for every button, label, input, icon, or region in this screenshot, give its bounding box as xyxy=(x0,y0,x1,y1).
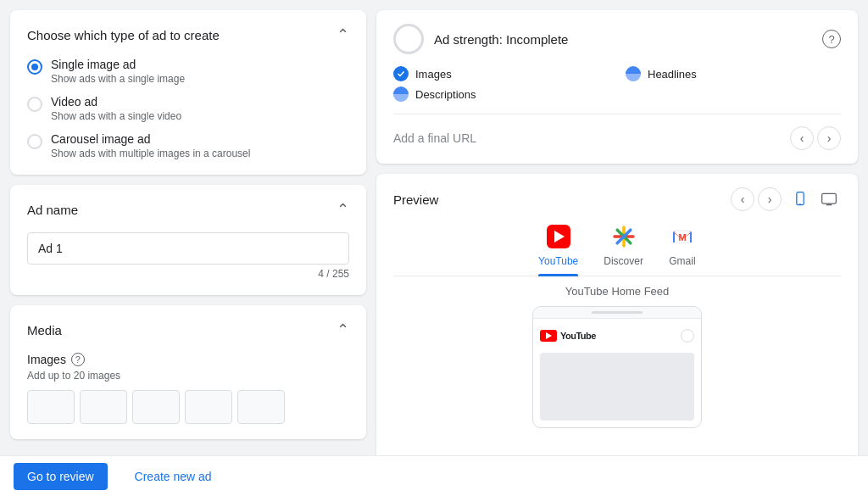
go-to-review-button[interactable]: Go to review xyxy=(14,463,108,490)
phone-circle-btn xyxy=(681,329,694,343)
radio-carousel[interactable]: Carousel image ad Show ads with multiple… xyxy=(27,132,349,159)
nav-arrows: ‹ › xyxy=(790,126,841,150)
char-count: 4 / 255 xyxy=(27,268,349,280)
phone-yt-play xyxy=(546,332,552,339)
gmail-logo: M xyxy=(669,223,696,250)
images-label-row: Images ? xyxy=(27,353,349,366)
mobile-icon[interactable] xyxy=(788,187,812,211)
media-card: Media ⌃ Images ? Add up to 20 images xyxy=(10,305,366,439)
ad-name-chevron[interactable]: ⌃ xyxy=(337,200,349,219)
radio-single-image[interactable]: Single image ad Show ads with a single i… xyxy=(27,58,349,85)
strength-circle xyxy=(393,24,424,54)
radio-label-carousel: Carousel image ad Show ads with multiple… xyxy=(51,132,250,159)
phone-video-thumb xyxy=(540,353,694,421)
preview-title: Preview xyxy=(393,192,438,207)
strength-title-row: Ad strength: Incomplete xyxy=(393,24,568,54)
nav-arrow-next[interactable]: › xyxy=(817,126,841,150)
ad-type-chevron[interactable]: ⌃ xyxy=(337,25,349,44)
strength-images: Images xyxy=(393,66,609,81)
youtube-logo xyxy=(545,223,572,250)
strength-items: Images Headlines Descriptions xyxy=(393,66,841,102)
image-placeholder-2 xyxy=(80,390,127,424)
svg-rect-2 xyxy=(822,193,837,203)
phone-top-bar xyxy=(533,307,701,319)
image-placeholder-1 xyxy=(27,390,75,424)
radio-title-carousel: Carousel image ad xyxy=(51,132,250,146)
preview-card: Preview ‹ › xyxy=(376,174,858,486)
media-title: Media xyxy=(27,323,62,337)
preview-arrow-next[interactable]: › xyxy=(758,187,782,211)
add-images-text: Add up to 20 images xyxy=(27,370,349,382)
radio-video[interactable]: Video ad Show ads with a single video xyxy=(27,95,349,122)
ad-type-title: Choose which type of ad to create xyxy=(27,28,220,42)
feed-label: YouTube Home Feed xyxy=(393,285,841,298)
ad-type-header: Choose which type of ad to create ⌃ xyxy=(27,25,349,44)
create-new-ad-button[interactable]: Create new ad xyxy=(121,463,225,490)
check-icon-images xyxy=(393,66,409,81)
bottom-bar: Go to review Create new ad xyxy=(0,455,868,496)
partial-icon-descriptions xyxy=(393,86,409,102)
preview-header: Preview ‹ › xyxy=(393,187,841,211)
radio-desc-carousel: Show ads with multiple images in a carou… xyxy=(51,148,250,159)
media-header: Media ⌃ xyxy=(27,320,349,339)
strength-headlines-label: Headlines xyxy=(648,68,697,81)
strength-descriptions-label: Descriptions xyxy=(415,88,476,101)
radio-desc-single: Show ads with a single image xyxy=(51,73,185,85)
preview-controls: ‹ › xyxy=(731,187,841,211)
tab-gmail[interactable]: M Gmail xyxy=(669,223,696,276)
ad-name-input[interactable] xyxy=(27,232,349,265)
phone-preview: YouTube xyxy=(532,306,702,428)
phone-content: YouTube xyxy=(533,319,701,427)
images-row xyxy=(27,390,349,424)
preview-arrow-prev[interactable]: ‹ xyxy=(731,187,754,211)
right-panel: Ad strength: Incomplete ? Images Headlin… xyxy=(376,10,858,486)
ad-name-card: Ad name ⌃ 4 / 255 xyxy=(10,185,366,295)
image-placeholder-4 xyxy=(185,390,232,424)
tab-youtube-label: YouTube xyxy=(538,255,578,267)
ad-strength-card: Ad strength: Incomplete ? Images Headlin… xyxy=(376,10,858,164)
strength-help-icon[interactable]: ? xyxy=(822,30,841,48)
svg-point-1 xyxy=(799,203,800,204)
left-panel: Choose which type of ad to create ⌃ Sing… xyxy=(10,10,366,486)
tab-discover-label: Discover xyxy=(604,255,643,267)
yt-play-icon xyxy=(554,231,565,242)
strength-images-label: Images xyxy=(415,68,452,81)
strength-descriptions: Descriptions xyxy=(393,86,609,102)
ad-type-card: Choose which type of ad to create ⌃ Sing… xyxy=(10,10,366,175)
images-label-text: Images xyxy=(27,353,66,366)
radio-title-single: Single image ad xyxy=(51,58,185,71)
phone-yt-logo: YouTube xyxy=(540,330,596,342)
strength-title: Ad strength: Incomplete xyxy=(434,32,568,47)
tab-gmail-label: Gmail xyxy=(669,255,695,267)
image-placeholder-5 xyxy=(237,390,285,424)
svg-rect-0 xyxy=(797,192,804,205)
radio-label-single: Single image ad Show ads with a single i… xyxy=(51,58,185,85)
tab-discover[interactable]: Discover xyxy=(604,223,643,276)
gmail-icon: M xyxy=(670,225,694,248)
media-chevron[interactable]: ⌃ xyxy=(337,320,349,339)
radio-circle-single xyxy=(27,59,42,75)
preview-tabs: YouTube Disco xyxy=(393,223,841,276)
image-placeholder-3 xyxy=(132,390,180,424)
radio-circle-video xyxy=(27,97,42,112)
radio-desc-video: Show ads with a single video xyxy=(51,110,181,122)
radio-circle-carousel xyxy=(27,134,42,149)
phone-yt-text: YouTube xyxy=(560,331,596,341)
phone-yt-icon xyxy=(540,330,557,342)
desktop-icon[interactable] xyxy=(817,187,841,211)
radio-group: Single image ad Show ads with a single i… xyxy=(27,58,349,159)
radio-title-video: Video ad xyxy=(51,95,181,109)
svg-text:M: M xyxy=(678,232,686,242)
images-help-icon[interactable]: ? xyxy=(71,353,85,366)
strength-header: Ad strength: Incomplete ? xyxy=(393,24,841,54)
url-row: Add a final URL ‹ › xyxy=(393,114,841,150)
phone-notch xyxy=(592,311,643,314)
device-icons xyxy=(788,187,841,211)
phone-yt-header: YouTube xyxy=(540,326,694,346)
radio-label-video: Video ad Show ads with a single video xyxy=(51,95,181,122)
strength-headlines: Headlines xyxy=(626,66,841,81)
ad-name-header: Ad name ⌃ xyxy=(27,200,349,219)
nav-arrow-prev[interactable]: ‹ xyxy=(790,126,814,150)
tab-youtube[interactable]: YouTube xyxy=(538,223,578,276)
discover-icon xyxy=(612,225,636,248)
